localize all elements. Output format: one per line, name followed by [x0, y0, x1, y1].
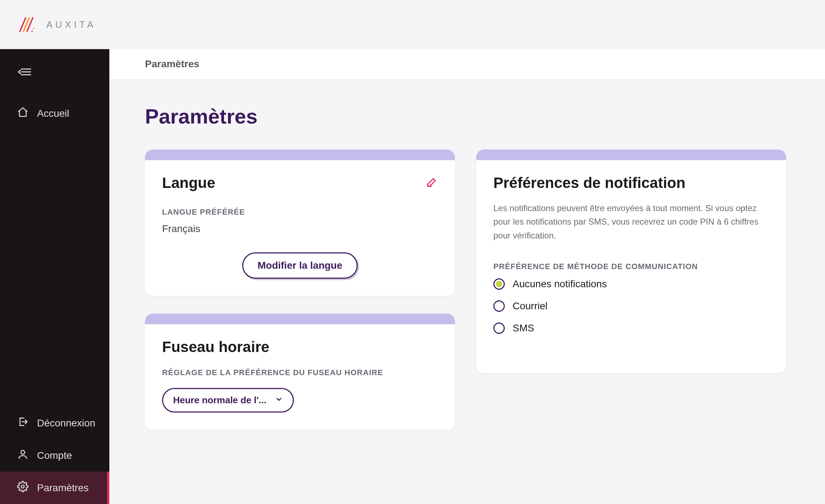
breadcrumb: Paramètres [109, 49, 825, 79]
timezone-card-title: Fuseau horaire [162, 338, 269, 356]
sidebar: Accueil Déconnexion [0, 49, 109, 504]
collapse-sidebar-button[interactable] [0, 67, 109, 97]
radio-label: Courriel [513, 300, 548, 312]
radio-option-none[interactable]: Aucunes notifications [493, 278, 769, 290]
page-title: Paramètres [145, 104, 789, 128]
card-accent [145, 314, 455, 324]
sidebar-item-label: Accueil [37, 108, 69, 119]
sidebar-item-label: Déconnexion [37, 418, 95, 429]
timezone-card: Fuseau horaire RÉGLAGE DE LA PRÉFÉRENCE … [145, 314, 455, 430]
sidebar-item-home[interactable]: Accueil [0, 97, 109, 130]
notifications-description: Les notifications peuvent être envoyées … [493, 201, 769, 242]
pencil-icon [426, 183, 438, 189]
language-card: Langue [145, 149, 455, 296]
svg-point-3 [33, 28, 34, 29]
radio-icon [493, 300, 505, 312]
breadcrumb-text: Paramètres [145, 58, 789, 70]
home-icon [17, 106, 28, 120]
radio-icon [493, 322, 505, 334]
timezone-select[interactable]: Heure normale de l'... [162, 388, 294, 413]
sidebar-item-settings[interactable]: Paramètres [0, 472, 109, 504]
radio-icon [493, 278, 505, 290]
svg-point-9 [21, 485, 24, 488]
edit-language-button[interactable] [426, 176, 438, 190]
radio-option-email[interactable]: Courriel [493, 300, 769, 312]
notification-method-radio-group: Aucunes notifications Courriel SMS [493, 278, 769, 334]
sidebar-item-label: Paramètres [37, 482, 89, 494]
card-accent [476, 149, 786, 160]
arrow-left-menu-icon [18, 67, 31, 79]
radio-label: Aucunes notifications [513, 278, 607, 290]
logo-mark-icon [18, 16, 36, 33]
sidebar-item-label: Compte [37, 450, 72, 461]
timezone-label: RÉGLAGE DE LA PRÉFÉRENCE DU FUSEAU HORAI… [162, 368, 438, 377]
sidebar-item-logout[interactable]: Déconnexion [0, 407, 109, 439]
logout-icon [17, 416, 28, 430]
modify-language-button-label: Modifier la langue [258, 260, 342, 271]
card-accent [145, 149, 455, 160]
brand-logo: AUXITA [18, 16, 96, 33]
radio-option-sms[interactable]: SMS [493, 322, 769, 334]
language-label: LANGUE PRÉFÉRÉE [162, 208, 438, 217]
modify-language-button[interactable]: Modifier la langue [242, 252, 358, 279]
timezone-selected-value: Heure normale de l'... [173, 395, 266, 406]
notifications-card: Préférences de notification Les notifica… [476, 149, 786, 373]
radio-label: SMS [513, 322, 534, 334]
notifications-card-title: Préférences de notification [493, 174, 685, 191]
language-value: Français [162, 223, 438, 235]
language-card-title: Langue [162, 174, 215, 191]
brand-name: AUXITA [46, 19, 96, 30]
gear-icon [17, 481, 28, 495]
svg-point-8 [21, 450, 25, 454]
sidebar-item-account[interactable]: Compte [0, 439, 109, 472]
app-header: AUXITA [0, 0, 825, 49]
notifications-label: PRÉFÉRENCE DE MÉTHODE DE COMMUNICATION [493, 262, 769, 271]
svg-point-4 [31, 31, 33, 32]
chevron-down-icon [275, 395, 283, 406]
content-area: Paramètres Paramètres Langue [109, 49, 825, 504]
user-icon [17, 448, 28, 462]
